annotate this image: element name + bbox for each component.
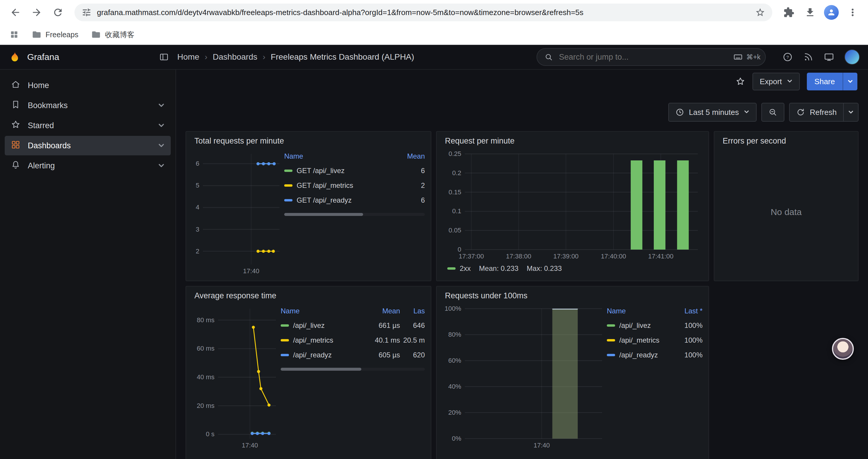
legend-header-last[interactable]: Las	[400, 307, 425, 315]
profile-button[interactable]	[822, 3, 841, 22]
svg-text:17:37:00: 17:37:00	[459, 253, 484, 260]
panel-title[interactable]: Requests under 100ms	[442, 290, 703, 303]
sidebar-item-alerting[interactable]: Alerting	[5, 156, 171, 175]
folder-icon	[91, 30, 101, 39]
legend-series-toggle[interactable]: /api/_livez	[607, 321, 675, 330]
panel-requests-under-100ms: Requests under 100ms 0%20%40%60%80%100%1…	[436, 286, 709, 459]
refresh-button[interactable]	[49, 3, 67, 22]
bookmark-folder-blog[interactable]: 收藏博客	[91, 30, 134, 40]
refresh-dashboard-button[interactable]: Refresh	[789, 103, 844, 122]
svg-text:60%: 60%	[448, 357, 461, 364]
legend-row: /api/_metrics 40.1 ms 20.5 m	[281, 333, 425, 348]
request-per-minute-chart[interactable]: 00.050.10.150.20.2517:37:0017:38:0017:39…	[442, 148, 703, 261]
panel-title[interactable]: Request per minute	[442, 135, 703, 148]
clock-icon	[675, 108, 684, 117]
legend-header-mean[interactable]: Mean	[366, 307, 400, 315]
monitor-icon[interactable]	[824, 52, 834, 62]
legend-scrollbar-thumb[interactable]	[281, 368, 361, 371]
apps-grid-icon[interactable]	[9, 30, 19, 39]
downloads-icon[interactable]	[801, 3, 819, 22]
breadcrumb-home[interactable]: Home	[177, 52, 199, 62]
legend-series-toggle[interactable]: /api/_metrics	[281, 336, 366, 345]
url-input[interactable]	[97, 8, 750, 17]
favorite-star-icon[interactable]	[735, 76, 745, 87]
bookmark-icon	[11, 100, 21, 112]
back-button[interactable]	[6, 3, 25, 22]
forward-button[interactable]	[27, 3, 46, 22]
legend-scrollbar-thumb[interactable]	[284, 213, 363, 216]
legend-scrollbar	[281, 368, 425, 371]
under-100ms-chart[interactable]: 0%20%40%60%80%100%17:40	[442, 303, 607, 451]
panel-title[interactable]: Errors per second	[720, 135, 852, 148]
time-range-picker[interactable]: Last 5 minutes	[668, 103, 756, 122]
bell-icon	[11, 160, 21, 172]
export-button[interactable]: Export	[752, 73, 800, 90]
zoom-out-button[interactable]	[761, 103, 784, 122]
legend-header-mean[interactable]: Mean	[398, 152, 425, 160]
bookmark-folder-freeleaps[interactable]: Freeleaps	[32, 30, 78, 39]
svg-text:20%: 20%	[448, 409, 461, 416]
legend-row: /api/_livez 661 µs 646	[281, 318, 425, 333]
legend-series-toggle[interactable]: /api/_livez	[281, 321, 366, 330]
search-input[interactable]	[558, 52, 728, 62]
share-options-chevron[interactable]	[843, 73, 857, 90]
dock-sidebar-icon[interactable]	[159, 52, 169, 62]
sidebar-item-bookmarks[interactable]: Bookmarks	[5, 96, 171, 115]
series-swatch	[447, 267, 456, 270]
legend-series-toggle[interactable]: /api/_readyz	[607, 351, 675, 359]
chevron-down-icon[interactable]	[158, 122, 165, 129]
site-info-icon[interactable]	[82, 7, 92, 18]
legend-header-name[interactable]: Name	[281, 307, 366, 315]
legend-series-toggle[interactable]: /api/_readyz	[281, 351, 366, 359]
share-button[interactable]: Share	[807, 73, 843, 90]
legend-series-toggle[interactable]: /api/_metrics	[607, 336, 675, 345]
dashboard-actionbar: Export Share	[176, 70, 868, 93]
series-swatch	[284, 184, 292, 187]
svg-text:60 ms: 60 ms	[197, 345, 215, 352]
news-rss-icon[interactable]	[803, 52, 814, 62]
assistant-avatar-button[interactable]	[832, 338, 854, 360]
bookmark-star-icon[interactable]	[755, 7, 765, 18]
chevron-down-icon[interactable]	[158, 102, 165, 109]
average-response-chart[interactable]: 0 s20 ms40 ms60 ms80 ms17:40	[192, 303, 281, 451]
svg-text:4: 4	[196, 203, 199, 211]
legend-series-toggle[interactable]: GET /api/_readyz	[284, 196, 398, 204]
refresh-interval-chevron[interactable]	[844, 103, 859, 122]
panel-title[interactable]: Total requests per minute	[192, 135, 425, 148]
svg-text:0%: 0%	[452, 435, 461, 442]
legend-series-toggle[interactable]: GET /api/_metrics	[284, 182, 398, 190]
user-avatar[interactable]	[844, 49, 860, 65]
svg-text:?: ?	[786, 55, 789, 60]
browser-menu-icon[interactable]	[843, 3, 862, 22]
sidebar-item-dashboards[interactable]: Dashboards	[5, 136, 171, 155]
help-icon[interactable]: ?	[782, 52, 793, 62]
series-swatch	[607, 324, 615, 327]
chevron-down-icon[interactable]	[158, 162, 165, 169]
chevron-down-icon[interactable]	[158, 142, 165, 149]
empty-grid-area	[714, 286, 859, 459]
series-swatch	[284, 199, 292, 201]
search-box[interactable]: ⌘+k	[536, 48, 766, 66]
legend-series-toggle[interactable]: GET /api/_livez	[284, 167, 398, 175]
sidebar-item-home[interactable]: Home	[5, 76, 171, 95]
address-bar[interactable]	[74, 4, 772, 21]
panel-title[interactable]: Average response time	[192, 290, 425, 303]
legend-series-toggle[interactable]: 2xx	[447, 264, 471, 273]
total-requests-chart[interactable]: 2345617:40	[192, 148, 284, 276]
svg-text:0: 0	[458, 246, 461, 253]
sidebar-item-starred[interactable]: Starred	[5, 116, 171, 135]
no-data-message: No data	[720, 148, 852, 276]
extensions-icon[interactable]	[779, 3, 798, 22]
breadcrumb-current: Freeleaps Metrics Dashboard (ALPHA)	[271, 52, 414, 62]
breadcrumb-dashboards[interactable]: Dashboards	[213, 52, 257, 62]
svg-text:17:40:00: 17:40:00	[601, 253, 626, 260]
search-icon	[544, 53, 553, 61]
dashboard-main: Export Share Last	[176, 70, 868, 459]
legend-table: Name Last * /api/_livez 100% /api/_metri…	[607, 303, 703, 459]
series-swatch	[281, 324, 289, 327]
legend-header-name[interactable]: Name	[284, 152, 398, 160]
svg-text:0.25: 0.25	[448, 150, 461, 157]
legend-header-name[interactable]: Name	[607, 307, 675, 315]
svg-text:0.1: 0.1	[452, 207, 462, 215]
legend-header-last[interactable]: Last *	[675, 307, 703, 315]
